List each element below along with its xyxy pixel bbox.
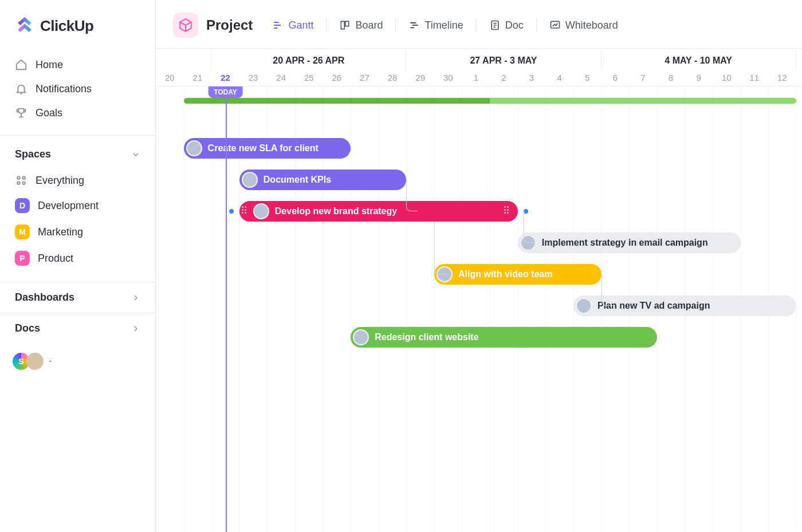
day-cell: 7: [629, 70, 657, 86]
space-badge: M: [15, 224, 30, 239]
dependency-line: [406, 180, 418, 211]
dependency-line: [524, 211, 535, 243]
dependency-dot[interactable]: [229, 209, 234, 214]
task-bar[interactable]: Document KPIs: [239, 170, 407, 190]
task-bar[interactable]: Redesign client website: [351, 327, 657, 348]
space-badge: D: [15, 198, 30, 213]
view-board[interactable]: Board: [333, 16, 388, 35]
svg-point-1: [22, 176, 25, 179]
user-avatar: [26, 353, 44, 370]
day-cell: 10: [713, 70, 741, 86]
chevron-right-icon: [131, 293, 140, 302]
task-label: Align with video team: [458, 269, 552, 279]
view-timeline[interactable]: Timeline: [403, 16, 469, 35]
assignee-avatar: [253, 203, 269, 219]
day-cell: 21: [184, 70, 212, 86]
summary-bar: [184, 98, 796, 104]
sidebar: ClickUp Home Notifications Goals Spaces: [0, 0, 156, 532]
view-whiteboard[interactable]: Whiteboard: [544, 16, 624, 35]
day-cell: 20: [156, 70, 184, 86]
whiteboard-icon: [549, 19, 561, 31]
day-cell: 25: [295, 70, 323, 86]
divider: [326, 18, 327, 32]
nav-label: Home: [36, 59, 63, 71]
task-label: Plan new TV ad campaign: [597, 301, 710, 311]
range-cell: [156, 49, 211, 70]
drag-handle-icon[interactable]: [242, 206, 247, 216]
board-icon: [339, 19, 351, 31]
user-area[interactable]: S: [0, 344, 155, 379]
project-cube-icon: [173, 13, 198, 38]
task-label: Document KPIs: [264, 175, 331, 185]
task-label: Implement strategy in email campaign: [542, 238, 708, 248]
main: Project GanttBoardTimelineDocWhiteboard …: [156, 0, 802, 532]
space-everything[interactable]: Everything: [9, 168, 146, 192]
day-cell: 12: [768, 70, 796, 86]
task-bar[interactable]: Create new SLA for client: [184, 138, 351, 159]
today-line: [226, 86, 227, 532]
day-cell: 22: [211, 70, 239, 86]
views: GanttBoardTimelineDocWhiteboard: [266, 16, 624, 35]
chevron-right-icon: [131, 324, 140, 333]
clickup-logo-icon: [15, 16, 34, 36]
task-bar[interactable]: Align with video team: [434, 264, 602, 285]
day-cell: 2: [490, 70, 518, 86]
divider: [536, 18, 537, 32]
logo[interactable]: ClickUp: [0, 0, 155, 49]
spaces-heading[interactable]: Spaces: [9, 146, 146, 168]
nav-notifications[interactable]: Notifications: [8, 77, 147, 101]
nav-label: Notifications: [36, 83, 92, 95]
range-cell: 20 APR - 26 APR: [211, 49, 406, 70]
dependency-line: [434, 222, 446, 274]
view-doc[interactable]: Doc: [483, 16, 529, 35]
spaces-section: Spaces Everything DDevelopmentMMarketing…: [0, 135, 155, 282]
home-icon: [15, 58, 27, 71]
range-cell: 4 MAY - 10 MAY: [602, 49, 796, 70]
space-label: Everything: [36, 175, 84, 187]
spaces-heading-label: Spaces: [15, 148, 51, 160]
view-label: Whiteboard: [565, 19, 618, 31]
day-cell: 8: [657, 70, 685, 86]
avatar-stack: S: [13, 353, 44, 370]
docs-label: Docs: [15, 322, 40, 334]
assignee-avatar: [242, 172, 258, 188]
nav-goals[interactable]: Goals: [8, 101, 147, 125]
chevron-down-icon: [131, 150, 140, 159]
task-label: Redesign client website: [375, 332, 478, 342]
project-title: Project: [206, 17, 253, 33]
task-bar[interactable]: Develop new brand strategy: [239, 201, 518, 222]
assignee-avatar: [576, 298, 592, 314]
task-bar[interactable]: Implement strategy in email campaign: [518, 232, 741, 253]
view-gantt[interactable]: Gantt: [266, 16, 319, 35]
topbar: Project GanttBoardTimelineDocWhiteboard: [156, 0, 802, 48]
logo-text: ClickUp: [40, 17, 93, 35]
bell-icon: [15, 82, 27, 95]
space-label: Marketing: [38, 226, 83, 238]
range-cell: 27 APR - 3 MAY: [406, 49, 601, 70]
drag-handle-icon[interactable]: [504, 206, 510, 216]
docs-heading[interactable]: Docs: [0, 313, 155, 344]
svg-point-2: [17, 182, 20, 184]
task-label: Create new SLA for client: [208, 143, 319, 153]
space-label: Product: [38, 253, 73, 265]
view-label: Gantt: [288, 19, 313, 31]
day-cell: 24: [267, 70, 295, 86]
nav-label: Goals: [36, 107, 62, 119]
day-cell: 29: [406, 70, 434, 86]
svg-point-0: [17, 176, 20, 179]
grid-icon: [15, 174, 27, 187]
sidebar-space-item[interactable]: PProduct: [9, 245, 146, 271]
space-label: Development: [38, 200, 99, 212]
space-badge: P: [15, 251, 30, 266]
gantt-area[interactable]: TODAY Create new SLA for clientDocument …: [156, 86, 802, 532]
sidebar-space-item[interactable]: MMarketing: [9, 219, 146, 245]
today-label: TODAY: [208, 86, 243, 98]
trophy-icon: [15, 107, 27, 119]
sidebar-space-item[interactable]: DDevelopment: [9, 192, 146, 219]
nav-home[interactable]: Home: [8, 53, 147, 77]
day-cell: 3: [518, 70, 546, 86]
gantt-icon: [272, 19, 284, 31]
dashboards-heading[interactable]: Dashboards: [0, 282, 155, 313]
day-cell: 9: [685, 70, 713, 86]
divider: [476, 18, 477, 32]
